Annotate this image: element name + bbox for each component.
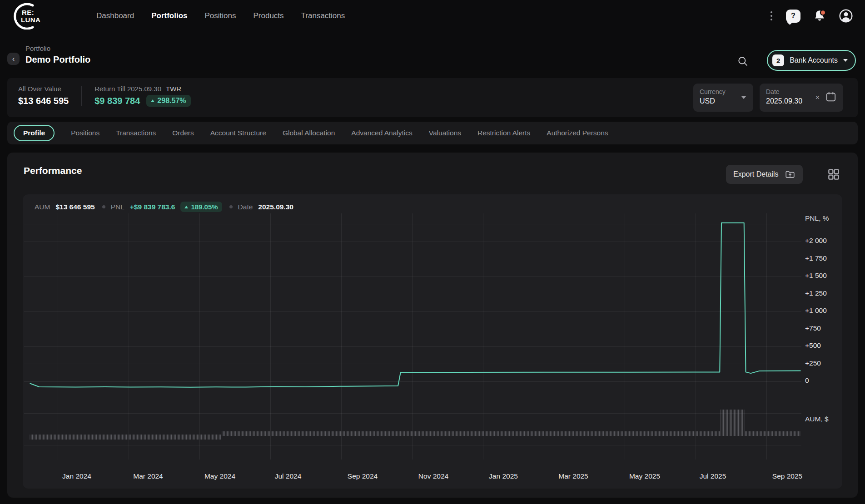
tab-orders[interactable]: Orders [172,129,194,137]
tab-restriction-alerts[interactable]: Restriction Alerts [477,129,530,137]
chevron-left-icon: ‹ [12,55,15,63]
grid-layout-icon[interactable] [827,168,840,181]
x-tick: Sep 2024 [348,472,378,480]
chevron-down-icon [843,59,848,62]
all-over-value-stat: All Over Value $13 646 595 [18,85,69,107]
chart-legend: AUM $13 646 595 PNL +$9 839 783.6 189.05… [35,202,299,212]
dot-separator-icon [102,205,105,208]
export-details-label: Export Details [733,170,779,178]
avatar-icon[interactable] [839,9,853,23]
logo-text-line1: RE: [22,9,34,16]
twr-return-amount: $9 839 784 [94,96,140,106]
x-tick: Jan 2025 [489,472,518,480]
divider [81,86,82,106]
performance-title: Performance [24,165,82,176]
bell-icon[interactable] [812,9,827,23]
twr-tag: TWR [166,85,181,93]
currency-value: USD [700,97,747,105]
nav-item-positions[interactable]: Positions [205,11,236,20]
calendar-icon[interactable] [825,91,837,103]
tab-positions[interactable]: Positions [71,129,99,137]
nav-item-transactions[interactable]: Transactions [301,11,345,20]
x-tick: Jul 2025 [700,472,726,480]
logo-text-line2: LUNA [21,16,40,23]
twr-return-label: Return Till 2025.09.30TWR [94,85,190,93]
y-tick: +1 000 [805,306,827,315]
clear-date-icon[interactable]: × [815,94,820,102]
legend-pnl-value: +$9 839 783.6 [130,203,175,211]
y-tick: +1 250 [805,289,827,297]
legend-date-value: 2025.09.30 [258,203,293,211]
y-tick: +250 [805,359,821,367]
tab-advanced-analytics[interactable]: Advanced Analytics [351,129,412,137]
reluna-logo[interactable]: RE: LUNA [12,3,43,30]
page-title: Demo Portfolio [25,54,90,65]
y-tick: +1 500 [805,272,827,280]
portfolio-header-row: ‹ Portfolio Demo Portfolio 2 Bank Accoun… [0,40,865,72]
legend-aum-label: AUM [35,203,50,211]
y-tick: +1 750 [805,254,827,262]
triangle-up-icon [184,206,188,208]
portfolio-tabs: Profile Positions Transactions Orders Ac… [7,122,858,144]
breadcrumb: Portfolio Demo Portfolio [25,44,90,65]
tab-profile[interactable]: Profile [14,125,55,141]
x-tick: May 2024 [204,472,235,480]
performance-chart-panel: AUM $13 646 595 PNL +$9 839 783.6 189.05… [23,194,842,489]
header-icons: ? [769,9,853,23]
nav-item-dashboard[interactable]: Dashboard [96,11,134,20]
performance-chart[interactable] [24,213,801,460]
main-nav: Dashboard Portfolios Positions Products … [96,11,345,20]
search-icon[interactable] [737,55,749,67]
y-tick: +500 [805,341,821,350]
help-icon[interactable]: ? [786,10,800,23]
x-tick: Mar 2024 [133,472,163,480]
bank-accounts-label: Bank Accounts [790,56,838,64]
x-axis-labels: Jan 2024 Mar 2024 May 2024 Jul 2024 Sep … [24,472,801,482]
right-axis-bottom-label: AUM, $ [805,415,829,423]
tab-account-structure[interactable]: Account Structure [210,129,266,137]
x-tick: Mar 2025 [558,472,588,480]
chevron-down-icon [741,96,746,99]
dot-separator-icon [229,205,233,208]
nav-item-products[interactable]: Products [254,11,284,20]
legend-pnl-label: PNL [111,203,124,211]
currency-select[interactable]: Currency USD [693,84,753,112]
nav-item-portfolios[interactable]: Portfolios [151,11,187,20]
twr-return-stat: Return Till 2025.09.30TWR $9 839 784 298… [94,85,190,107]
date-picker[interactable]: Date 2025.09.30 × [760,84,843,112]
export-folder-up-icon [785,169,795,180]
top-nav: RE: LUNA Dashboard Portfolios Positions … [0,0,865,32]
legend-aum-value: $13 646 595 [55,203,94,211]
x-tick: Jan 2024 [62,472,91,480]
x-tick: May 2025 [629,472,660,480]
bank-accounts-button[interactable]: 2 Bank Accounts [767,50,856,71]
y-tick: 0 [805,376,809,385]
y-tick: +2 000 [805,237,827,245]
performance-card: Performance Export Details AUM $13 646 5… [7,153,858,498]
bank-accounts-count-badge: 2 [772,54,784,66]
legend-date-label: Date [238,203,253,211]
y-tick: +750 [805,324,821,332]
all-over-value-amount: $13 646 595 [18,96,69,106]
all-over-value-label: All Over Value [18,85,69,93]
export-details-button[interactable]: Export Details [726,165,803,184]
triangle-up-icon [151,99,154,102]
currency-label: Currency [700,88,747,95]
tab-valuations[interactable]: Valuations [429,129,461,137]
kebab-menu-icon[interactable] [769,10,774,22]
x-tick: Nov 2024 [418,472,448,480]
tab-global-allocation[interactable]: Global Allocation [283,129,335,137]
tab-transactions[interactable]: Transactions [116,129,156,137]
portfolio-stats-card: All Over Value $13 646 595 Return Till 2… [7,78,858,117]
right-axis-top-label: PNL, % [805,214,829,222]
tab-authorized-persons[interactable]: Authorized Persons [547,129,608,137]
x-tick: Sep 2025 [772,472,802,480]
x-tick: Jul 2024 [275,472,302,480]
twr-change-badge: 298.57% [146,95,190,107]
legend-pnl-change-badge: 189.05% [180,202,222,212]
breadcrumb-eyebrow: Portfolio [25,44,90,52]
back-button[interactable]: ‹ [7,53,20,65]
